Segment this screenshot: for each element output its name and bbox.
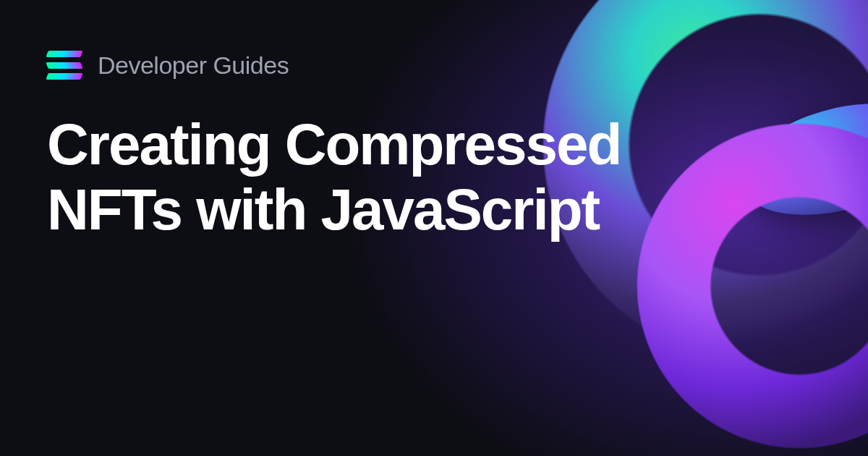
logo-bar <box>46 62 82 69</box>
page-title: Creating Compressed NFTs with JavaScript <box>47 112 698 242</box>
solana-logo-icon <box>47 51 82 80</box>
content-container: Developer Guides Creating Compressed NFT… <box>0 0 868 292</box>
header: Developer Guides <box>47 51 821 80</box>
logo-bar <box>46 73 82 80</box>
logo-bar <box>46 51 82 57</box>
breadcrumb: Developer Guides <box>98 51 289 80</box>
